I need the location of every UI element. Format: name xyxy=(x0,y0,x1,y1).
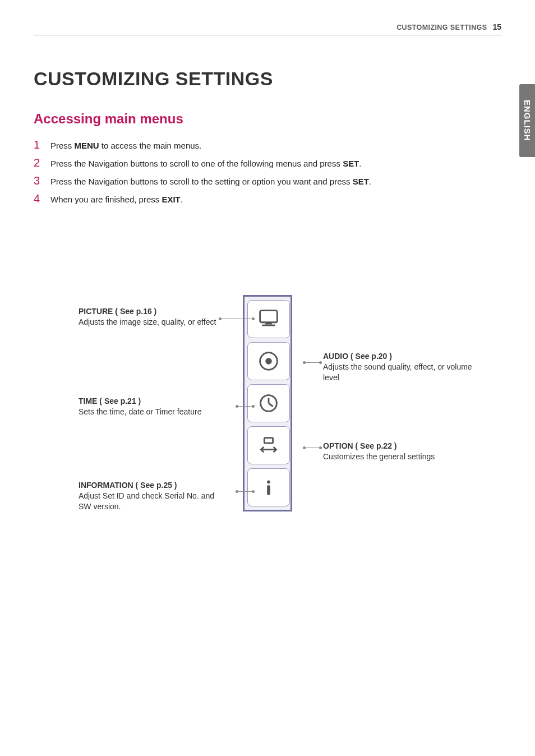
svg-point-9 xyxy=(267,481,270,484)
option-desc: Customizes the general settings xyxy=(323,452,435,461)
step-item: 4 When you are finished, press EXIT. xyxy=(34,193,501,205)
picture-desc: Adjusts the image size, quality, or effe… xyxy=(79,317,216,326)
information-callout: INFORMATION ( See p.25 ) Adjust Set ID a… xyxy=(79,480,224,512)
leader-line xyxy=(237,491,253,492)
audio-icon xyxy=(247,342,290,380)
leader-line xyxy=(220,319,253,319)
information-icon xyxy=(247,468,290,506)
svg-point-4 xyxy=(265,358,272,365)
leader-line xyxy=(304,362,321,363)
language-tab: ENGLISH xyxy=(519,84,535,157)
step-text: Press the Navigation buttons to scroll t… xyxy=(50,158,362,169)
option-icon xyxy=(247,426,290,464)
time-desc: Sets the time, date or Timer feature xyxy=(79,407,201,416)
step-item: 3 Press the Navigation buttons to scroll… xyxy=(34,175,501,187)
svg-line-7 xyxy=(269,403,273,407)
leader-line xyxy=(304,448,321,448)
svg-rect-8 xyxy=(264,438,273,444)
option-title: OPTION ( See p.22 ) xyxy=(323,441,474,451)
picture-title: PICTURE ( See p.16 ) xyxy=(79,306,224,317)
step-text: When you are finished, press EXIT. xyxy=(50,193,183,205)
option-callout: OPTION ( See p.22 ) Customizes the gener… xyxy=(323,441,474,462)
audio-callout: AUDIO ( See p.20 ) Adjusts the sound qua… xyxy=(323,351,474,383)
step-number: 3 xyxy=(34,175,43,186)
step-number: 4 xyxy=(34,193,43,204)
time-icon xyxy=(247,384,290,422)
menu-icon-column xyxy=(243,295,292,511)
step-number: 1 xyxy=(34,139,43,150)
step-number: 2 xyxy=(34,157,43,168)
page-number: 15 xyxy=(492,22,501,31)
steps-list: 1 Press MENU to access the main menus. 2… xyxy=(34,139,501,205)
section-subtitle: Accessing main menus xyxy=(34,111,501,127)
header-section: CUSTOMIZING SETTINGS xyxy=(396,24,487,31)
svg-rect-2 xyxy=(262,325,275,326)
information-desc: Adjust Set ID and check Serial No. and S… xyxy=(79,491,214,511)
svg-rect-0 xyxy=(260,311,278,322)
step-item: 2 Press the Navigation buttons to scroll… xyxy=(34,157,501,169)
information-title: INFORMATION ( See p.25 ) xyxy=(79,480,224,491)
step-item: 1 Press MENU to access the main menus. xyxy=(34,139,501,151)
audio-desc: Adjusts the sound quality, effect, or vo… xyxy=(323,362,472,382)
svg-rect-1 xyxy=(265,322,272,325)
step-text: Press the Navigation buttons to scroll t… xyxy=(50,176,371,187)
time-title: TIME ( See p.21 ) xyxy=(79,396,224,407)
step-text: Press MENU to access the main menus. xyxy=(50,140,201,151)
picture-callout: PICTURE ( See p.16 ) Adjusts the image s… xyxy=(79,306,224,328)
page-title: CUSTOMIZING SETTINGS xyxy=(34,68,501,90)
menu-diagram: PICTURE ( See p.16 ) Adjusts the image s… xyxy=(34,295,501,511)
leader-line xyxy=(237,406,253,407)
time-callout: TIME ( See p.21 ) Sets the time, date or… xyxy=(79,396,224,417)
audio-title: AUDIO ( See p.20 ) xyxy=(323,351,474,362)
svg-rect-10 xyxy=(267,485,270,495)
